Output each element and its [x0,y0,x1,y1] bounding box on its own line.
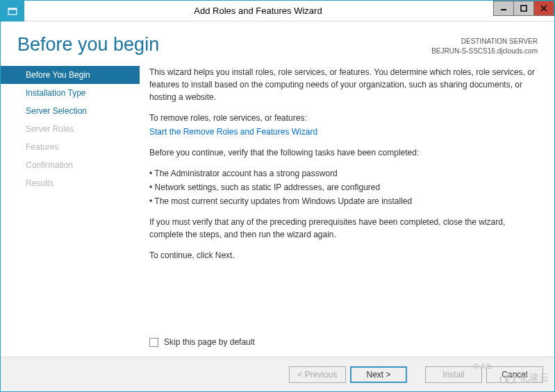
app-icon [1,1,24,22]
verify-label: Before you continue, verify that the fol… [149,146,536,159]
step-before-you-begin[interactable]: Before You Begin [1,66,140,84]
svg-rect-1 [8,8,17,10]
step-server-selection[interactable]: Server Selection [1,102,140,120]
titlebar: Add Roles and Features Wizard [1,1,554,22]
svg-rect-3 [521,6,527,11]
install-button: Install [425,366,482,383]
skip-label: Skip this page by default [164,337,255,347]
window-title: Add Roles and Features Wizard [24,6,554,16]
steps-sidebar: Before You Begin Installation Type Serve… [1,59,140,357]
cancel-button[interactable]: Cancel [486,366,543,383]
page-title: Before you begin [17,34,159,56]
minimize-button[interactable] [493,1,514,16]
content: This wizard helps you install roles, rol… [140,59,554,357]
close-note: If you must verify that any of the prece… [149,216,536,241]
next-button[interactable]: Next > [350,366,407,383]
close-button[interactable] [533,1,554,16]
list-item: The Administrator account has a strong p… [149,167,536,180]
footer: < Previous Next > Install Cancel [1,357,554,391]
continue-note: To continue, click Next. [149,249,536,262]
step-results: Results [1,174,140,192]
maximize-button[interactable] [513,1,534,16]
header: Before you begin DESTINATION SERVER BEJR… [1,22,554,59]
step-installation-type[interactable]: Installation Type [1,84,140,102]
step-server-roles: Server Roles [1,120,140,138]
skip-checkbox[interactable] [149,338,158,347]
intro-text: This wizard helps you install roles, rol… [149,66,536,103]
step-confirmation: Confirmation [1,156,140,174]
body: Before You Begin Installation Type Serve… [1,59,554,357]
skip-row: Skip this page by default [149,337,255,347]
prereq-list: The Administrator account has a strong p… [149,167,536,207]
destination-label: DESTINATION SERVER [431,37,538,46]
destination-value: BEJRUN-S-SSCS16.djclouds.com [431,46,538,56]
previous-button: < Previous [289,366,346,383]
wizard-window: Add Roles and Features Wizard Before you… [0,0,555,392]
destination-server: DESTINATION SERVER BEJRUN-S-SSCS16.djclo… [431,34,538,56]
remove-label: To remove roles, role services, or featu… [149,112,536,124]
list-item: Network settings, such as static IP addr… [149,181,536,194]
list-item: The most current security updates from W… [149,195,536,207]
step-features: Features [1,138,140,156]
remove-roles-link[interactable]: Start the Remove Roles and Features Wiza… [149,127,317,137]
window-controls [494,1,554,16]
